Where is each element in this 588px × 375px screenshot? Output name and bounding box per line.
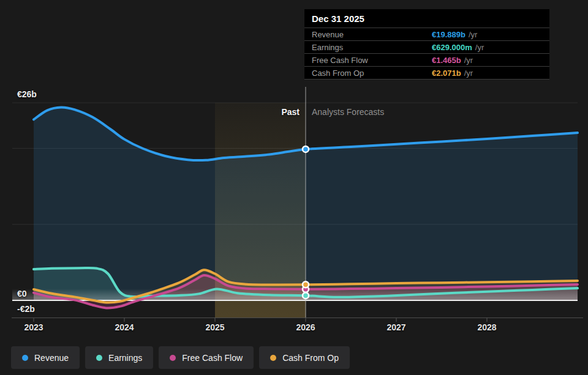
y-axis-label-0: €0	[17, 289, 27, 299]
x-axis-label-2026: 2026	[287, 322, 324, 332]
tooltip-value: €629.000m	[432, 43, 472, 52]
revenue-dot-icon	[22, 355, 28, 361]
tooltip-row-revenue: Revenue €19.889b /yr	[304, 28, 549, 41]
analysts-forecasts-label: Analysts Forecasts	[312, 107, 384, 117]
legend-item-cash-from-op[interactable]: Cash From Op	[259, 346, 350, 369]
cash-from-op-dot-icon	[270, 355, 276, 361]
legend-label: Free Cash Flow	[182, 353, 243, 363]
tooltip-row-earnings: Earnings €629.000m /yr	[304, 41, 549, 54]
tooltip-label: Earnings	[312, 43, 432, 52]
legend-item-free-cash-flow[interactable]: Free Cash Flow	[159, 346, 254, 369]
tooltip-label: Revenue	[312, 30, 432, 39]
tooltip-label: Free Cash Flow	[312, 56, 432, 65]
free-cash-flow-dot-icon	[170, 355, 176, 361]
cash-from-op-marker-dot	[303, 281, 309, 288]
chart-legend: Revenue Earnings Free Cash Flow Cash Fro…	[11, 346, 350, 369]
legend-item-earnings[interactable]: Earnings	[85, 346, 153, 369]
revenue-marker-dot	[303, 146, 309, 152]
stock-financial-chart: €26b €0 -€2b Past Analysts Forecasts 202…	[0, 0, 588, 375]
earnings-marker-dot	[303, 292, 309, 299]
tooltip-row-free-cash-flow: Free Cash Flow €1.465b /yr	[304, 54, 549, 67]
legend-label: Revenue	[34, 353, 69, 363]
tooltip-value: €1.465b	[432, 56, 461, 65]
y-axis-label-26b: €26b	[17, 89, 37, 99]
y-axis-label-neg2b: -€2b	[17, 304, 35, 314]
tooltip-row-cash-from-op: Cash From Op €2.071b /yr	[304, 67, 549, 80]
tooltip-unit: /yr	[469, 30, 477, 39]
tooltip-label: Cash From Op	[312, 69, 432, 78]
tooltip-unit: /yr	[464, 69, 473, 78]
past-label: Past	[238, 107, 300, 117]
chart-tooltip: Dec 31 2025 Revenue €19.889b /yr Earning…	[304, 9, 549, 80]
x-axis-label-2028: 2028	[469, 322, 505, 332]
earnings-dot-icon	[96, 355, 102, 361]
legend-label: Cash From Op	[282, 353, 339, 363]
tooltip-date-title: Dec 31 2025	[304, 9, 549, 28]
tooltip-unit: /yr	[464, 56, 473, 65]
legend-item-revenue[interactable]: Revenue	[11, 346, 80, 369]
tooltip-unit: /yr	[475, 43, 484, 52]
legend-label: Earnings	[108, 353, 142, 363]
tooltip-value: €2.071b	[432, 69, 461, 78]
x-axis-label-2025: 2025	[197, 322, 233, 332]
x-axis-label-2023: 2023	[15, 322, 52, 332]
x-axis-label-2027: 2027	[378, 322, 415, 332]
tooltip-value: €19.889b	[432, 30, 466, 39]
x-axis-label-2024: 2024	[106, 322, 143, 332]
